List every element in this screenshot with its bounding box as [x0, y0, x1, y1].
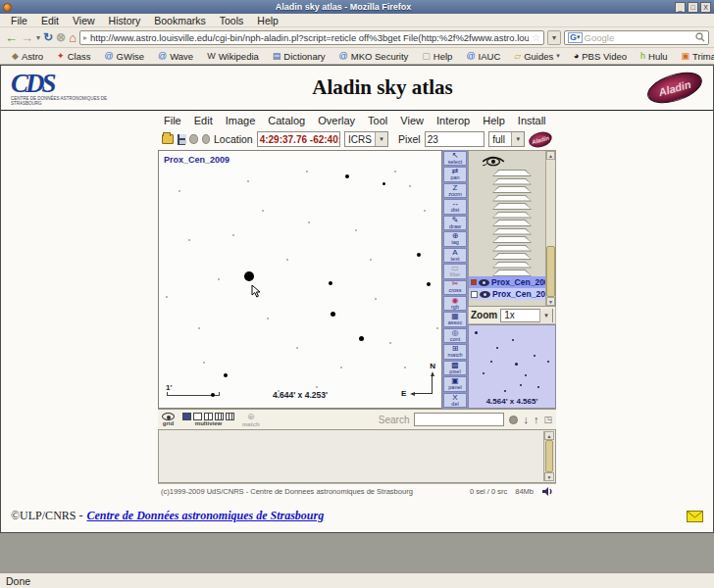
search-engine-selector[interactable]: G ▾ — [568, 32, 583, 43]
url-text[interactable]: http://www.astro.louisville.edu/cgi-bin/… — [90, 32, 529, 43]
bookmark-wave[interactable]: @Wave — [152, 51, 199, 62]
scroll-up-icon[interactable]: ▲ — [544, 431, 554, 440]
save-icon[interactable] — [178, 134, 186, 145]
zoom-caret-icon[interactable]: ▾ — [539, 309, 552, 322]
location-input[interactable]: 4:29:37.76 -62:40:47.1 — [257, 131, 340, 147]
plane-checkbox[interactable] — [471, 291, 478, 298]
open-folder-icon[interactable] — [162, 134, 174, 144]
pixel-mode-caret-icon[interactable]: ▾ — [511, 132, 524, 146]
applet-menu-install[interactable]: Install — [518, 115, 546, 126]
bookmark-gwise[interactable]: @GWise — [98, 51, 150, 62]
applet-menu-catalog[interactable]: Catalog — [268, 115, 305, 126]
view-4-icon[interactable] — [204, 413, 213, 420]
bookmark-class[interactable]: ✦Class — [51, 51, 96, 62]
tool-pixel[interactable]: ▩pixel — [443, 361, 467, 375]
export-panel-icon[interactable]: ◳ — [543, 416, 552, 424]
url-dropdown-button[interactable]: ▾ — [547, 30, 561, 45]
scroll-down-icon[interactable]: ▼ — [546, 297, 555, 306]
applet-menu-overlay[interactable]: Overlay — [318, 115, 355, 126]
tool-select[interactable]: ↖select — [443, 151, 467, 166]
tool-pan[interactable]: ⇄pan — [443, 167, 467, 181]
applet-menu-tool[interactable]: Tool — [368, 115, 387, 126]
grid-toggle[interactable]: grid — [162, 413, 175, 426]
multiview-control[interactable]: multiview — [182, 413, 234, 426]
tool-assoc[interactable]: ▦assoc — [443, 312, 467, 326]
plane-row[interactable]: Prox_Cen_2009 — [469, 276, 555, 288]
minimize-button[interactable]: _ — [675, 2, 686, 13]
view-16-icon[interactable] — [226, 413, 234, 420]
close-button[interactable]: X — [700, 2, 711, 13]
view-9-icon[interactable] — [215, 413, 224, 420]
active-plane-icon[interactable] — [471, 279, 477, 285]
home-icon[interactable]: ⌂ — [69, 31, 76, 44]
menu-help[interactable]: Help — [250, 15, 285, 26]
search-all-icon[interactable] — [509, 416, 518, 424]
menu-edit[interactable]: Edit — [34, 15, 66, 26]
tool-dist[interactable]: ↔dist — [443, 199, 467, 214]
tool-draw[interactable]: ✎draw — [443, 216, 467, 230]
assistant-icon[interactable] — [541, 486, 553, 497]
applet-menu-edit[interactable]: Edit — [194, 115, 213, 126]
frame-caret-icon[interactable]: ▾ — [375, 132, 387, 146]
bookmark-dictionary[interactable]: ▤Dictionary — [267, 51, 332, 62]
pixel-input[interactable]: 23 — [425, 131, 485, 147]
frame-select[interactable]: ICRS ▾ — [344, 131, 388, 147]
bookmark-pbs-video[interactable]: ◕PBS Video — [568, 51, 633, 62]
back-icon[interactable]: ← — [5, 31, 18, 44]
menu-history[interactable]: History — [102, 15, 148, 26]
bookmark-wikipedia[interactable]: WWikipedia — [201, 51, 265, 62]
scroll-down-icon[interactable]: ▼ — [544, 472, 554, 481]
bookmark-iauc[interactable]: @IAUC — [460, 51, 506, 62]
tool-text[interactable]: Atext — [443, 248, 467, 263]
tool-rgb[interactable]: ◉rgb — [443, 296, 467, 311]
search-bar[interactable]: G ▾ Google — [564, 30, 709, 45]
scroll-up-icon[interactable]: ▲ — [546, 151, 555, 160]
tool-cross[interactable]: ✂cross — [443, 280, 467, 295]
applet-menu-file[interactable]: File — [164, 115, 181, 126]
bookmark-trimarc[interactable]: ▣Trimarc — [676, 51, 714, 62]
tool-match[interactable]: ⊞match — [443, 344, 467, 359]
history-caret-icon[interactable]: ▾ — [36, 33, 40, 42]
menu-bookmarks[interactable]: Bookmarks — [147, 15, 213, 26]
tool-panel[interactable]: ▣panel — [443, 376, 467, 391]
pixel-mode-select[interactable]: full ▾ — [488, 131, 525, 147]
scroll-thumb[interactable] — [546, 246, 555, 297]
search-up-icon[interactable]: ↑ — [534, 415, 539, 425]
tool-tag[interactable]: ⊕tag — [443, 231, 467, 246]
applet-menu-interop[interactable]: Interop — [436, 115, 470, 126]
search-down-icon[interactable]: ↓ — [523, 415, 529, 425]
scroll-thumb[interactable] — [545, 440, 553, 472]
tool-zoom[interactable]: Zzoom — [443, 183, 467, 198]
applet-menu-view[interactable]: View — [400, 115, 424, 126]
magnifier-icon[interactable] — [695, 32, 705, 42]
reload-icon[interactable]: ↻ — [43, 31, 53, 44]
bookmark-guides[interactable]: ▱Guides▾ — [508, 51, 566, 62]
bookmark-hulu[interactable]: hHulu — [635, 51, 674, 62]
tool-del[interactable]: Xdel — [443, 393, 467, 408]
bookmark-help[interactable]: ▢Help — [416, 51, 458, 62]
stack-scrollbar[interactable]: ▲ ▼ — [545, 151, 555, 306]
cds-link[interactable]: Centre de Données astronomiques de Stras… — [86, 509, 324, 523]
view-2-icon[interactable] — [193, 413, 202, 420]
menu-tools[interactable]: Tools — [213, 15, 251, 26]
applet-menu-help[interactable]: Help — [483, 115, 505, 126]
applet-menu-image[interactable]: Image — [226, 115, 256, 126]
overview-thumbnail[interactable]: 4.564' x 4.565' — [468, 324, 556, 409]
bookmark-astro[interactable]: ◆Astro — [6, 51, 49, 62]
bookmark-mko-security[interactable]: @MKO Security — [333, 51, 415, 62]
maximize-button[interactable]: □ — [688, 2, 698, 13]
zoom-select[interactable]: 1x ▾ — [500, 309, 553, 322]
mail-icon[interactable] — [687, 511, 703, 522]
sky-view[interactable]: Prox_Cen_2009 1' 4.644' x 4.253' N E — [158, 150, 442, 409]
menu-file[interactable]: File — [4, 15, 34, 26]
bookmark-star-icon[interactable]: ☆ — [532, 32, 540, 43]
url-bar[interactable]: ▸ http://www.astro.louisville.edu/cgi-bi… — [79, 30, 544, 45]
search-input[interactable] — [414, 413, 504, 426]
menu-view[interactable]: View — [66, 15, 102, 26]
search-placeholder[interactable]: Google — [585, 32, 693, 43]
tool-cont[interactable]: ◎cont — [443, 328, 467, 343]
plane-row[interactable]: Prox_Cen_2007 — [469, 288, 555, 300]
view-1-icon[interactable] — [182, 413, 191, 420]
forward-icon[interactable]: → — [21, 31, 33, 44]
measurement-scrollbar[interactable]: ▲ ▼ — [543, 431, 554, 481]
